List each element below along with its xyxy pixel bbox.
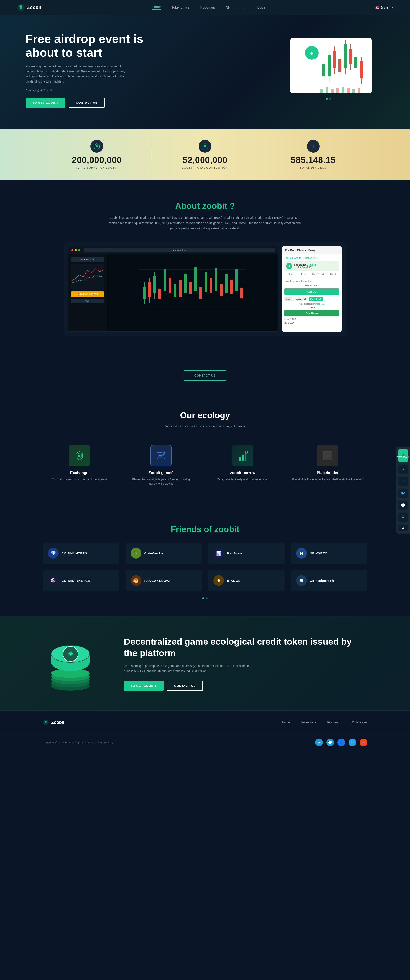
cta-contact-button[interactable]: CONTACT US <box>167 681 203 691</box>
svg-rect-17 <box>344 44 347 68</box>
charts-link[interactable]: Charts <box>287 273 294 275</box>
nav-docs[interactable]: Docs <box>257 6 265 10</box>
stat-icon-dividend: 1 <box>307 140 320 153</box>
svg-point-84 <box>159 455 161 456</box>
pancake-v2[interactable]: Pancake v2 <box>309 297 323 301</box>
logo[interactable]: Zoobit <box>17 4 41 11</box>
svg-rect-69 <box>194 267 197 291</box>
chart-mini <box>71 264 104 290</box>
nav-tokenomics[interactable]: Tokenomics <box>171 6 189 10</box>
auto-slippage-btn[interactable]: ✓ Auto Slippage <box>285 310 339 316</box>
pancake-v1[interactable]: Pancake v1 <box>293 297 308 301</box>
float-chat-button[interactable]: 🗨 <box>399 512 408 522</box>
biance-logo: ◈ <box>213 575 224 586</box>
cta-section: ◈ Decentralized game ecological credit t… <box>0 616 410 710</box>
float-twitter-button[interactable]: 🐦 <box>399 488 408 498</box>
language-selector[interactable]: 🇺🇸 English ▾ <box>375 6 393 9</box>
float-facebook-button[interactable]: f <box>399 477 408 486</box>
svg-rect-8 <box>328 55 331 76</box>
float-contact-button[interactable]: 👤 CONTACT <box>399 449 408 462</box>
logo-icon <box>17 4 25 11</box>
swap-close[interactable]: ✕ <box>337 248 339 251</box>
get-zoobit-button[interactable]: TO GET ZOOBIT <box>25 97 65 108</box>
svg-rect-78 <box>241 288 243 298</box>
footer-link-whitepaper[interactable]: White Paper <box>351 721 367 724</box>
token-address: PooCoin(BSC) <box>294 266 317 269</box>
hero-contract: Contract 合约代币 ⧉ <box>25 89 154 92</box>
footer-links: Home Tokenomics Roadmap White Paper <box>282 721 367 724</box>
biance-name: BIANCE <box>227 579 241 582</box>
nav-roadmap[interactable]: Roadmap <box>200 6 215 10</box>
connect-button[interactable]: Connect <box>285 288 339 295</box>
flag-icon: 🇺🇸 <box>375 6 379 9</box>
svg-point-1 <box>20 6 22 8</box>
gamefi-icon: ⛓ <box>150 445 172 466</box>
float-sidebar: 👤 CONTACT ✈ f 🐦 💬 🗨 ▲ <box>396 447 410 533</box>
svg-rect-26 <box>360 61 363 78</box>
binance-link: Binance (BSC) <box>304 256 319 259</box>
svg-text:□: □ <box>326 454 329 458</box>
screen-left-panel: 🎮 WIN $1000 🎯 LIVE ON CAREER CEO <box>68 254 107 331</box>
auto-selected-label: Auto selected: Pancake v2 <box>285 303 339 305</box>
borrow-name: zoobit borrow <box>211 471 275 475</box>
swap-nav: Charts Tools Multi Chart About <box>285 273 339 277</box>
svg-rect-72 <box>210 278 212 293</box>
nav-more[interactable]: ... <box>243 5 247 10</box>
svg-rect-14 <box>339 59 342 72</box>
from-label: From (BNB) <box>285 318 296 320</box>
cointelegraph-logo: ≋ <box>296 575 307 586</box>
partner-biance: ◈ BIANCE <box>208 570 285 591</box>
social-facebook[interactable]: f <box>337 738 345 746</box>
float-telegram-button[interactable]: ✈ <box>399 465 408 474</box>
svg-rect-81 <box>78 455 80 457</box>
separator: › <box>302 256 303 259</box>
auto-btn[interactable]: Auto <box>285 297 292 301</box>
footer-link-roadmap[interactable]: Roadmap <box>327 721 340 724</box>
social-twitter[interactable]: 🐦 <box>348 738 356 746</box>
social-reddit[interactable]: 👾 <box>359 738 367 746</box>
contact-us-center: CONTACT US <box>0 358 410 393</box>
advertise-link[interactable]: Advertise <box>302 280 312 282</box>
dot-1[interactable] <box>203 597 204 599</box>
cta-get-button[interactable]: TO GET ZOOBIT <box>124 681 163 691</box>
footer-logo-icon <box>43 719 49 725</box>
stat-number-dividend: 585,148.15 <box>259 155 367 165</box>
friends-title-highlight: zoobit <box>214 525 239 534</box>
hero-content: Free airdrop event is about to start Pos… <box>25 32 154 108</box>
coingecko-logo: 🦎 <box>131 548 141 558</box>
svg-rect-66 <box>179 280 182 297</box>
ecology-grid: Exchange On-chain transactions, open and… <box>43 441 367 490</box>
pancake-v2-selected: Pancake v2 <box>313 303 325 305</box>
svg-rect-92 <box>245 452 247 461</box>
social-discord[interactable]: 💬 <box>326 738 334 746</box>
tools-link[interactable]: Tools <box>301 273 306 275</box>
multichart-link[interactable]: Multi Chart <box>312 273 324 275</box>
dot-2[interactable] <box>206 597 207 599</box>
footer-link-home[interactable]: Home <box>282 721 290 724</box>
nav-nft[interactable]: NFT <box>226 6 232 10</box>
premium-link[interactable]: Premium <box>292 280 300 282</box>
lang-label: English <box>380 6 390 9</box>
svg-rect-23 <box>355 57 358 68</box>
svg-rect-5 <box>323 64 325 76</box>
social-telegram[interactable]: ✈ <box>315 738 323 746</box>
footer-link-tokenomics[interactable]: Tokenomics <box>301 721 317 724</box>
promo-banner: 🎯 LIVE ON CAREER <box>71 291 104 297</box>
stat-combustion: 52,000,000 ZOOBIT TOTAL COMBUSTION <box>151 140 259 169</box>
contact-us-hero-button[interactable]: CONTACT US <box>69 97 105 108</box>
nav-home[interactable]: Home <box>152 5 161 10</box>
float-scroll-up-button[interactable]: ▲ <box>399 525 408 531</box>
borrow-desc: True, reliable, timely and comprehensive… <box>211 477 275 482</box>
about-link[interactable]: About <box>330 273 336 275</box>
dot-yellow <box>75 249 77 251</box>
hero-description: Possessing the game tokens launched by o… <box>25 64 128 84</box>
stat-label-dividend: TOTAL DIVIDEND <box>259 166 367 169</box>
tools-sub[interactable]: Tools <box>285 280 289 282</box>
contact-us-button[interactable]: CONTACT US <box>184 371 226 380</box>
partner-coingecko: 🦎 CoinGecko <box>125 543 202 564</box>
float-discord-button[interactable]: 💬 <box>399 501 408 510</box>
svg-rect-36 <box>358 88 360 94</box>
about-section: About zoobit ? Zoobit is an automatic ma… <box>0 180 410 358</box>
svg-point-110 <box>45 721 47 722</box>
copy-icon[interactable]: ⧉ <box>50 89 52 92</box>
